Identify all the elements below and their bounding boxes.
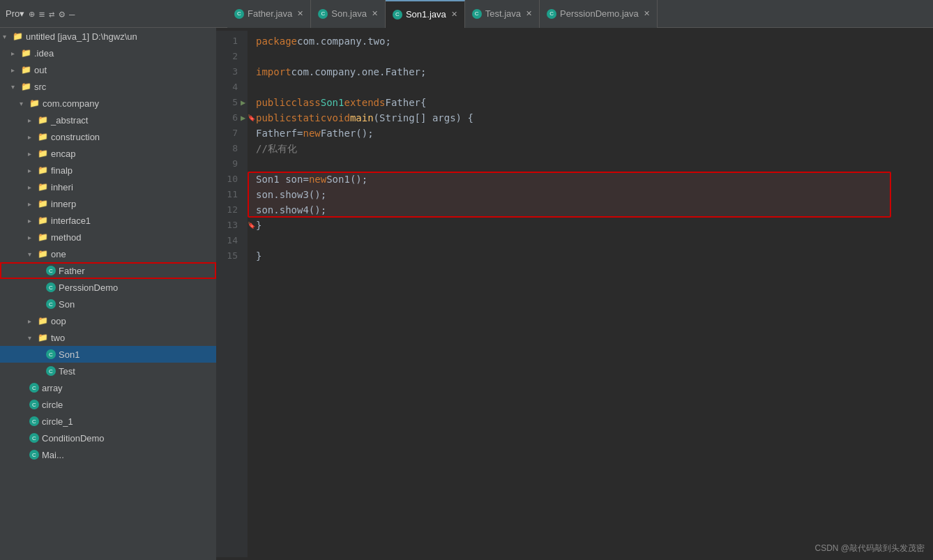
run-arrow-5[interactable]: ▶ — [241, 95, 245, 110]
sidebar-item-out[interactable]: ▸ 📁out — [0, 61, 216, 78]
tab-close-son1[interactable]: ✕ — [451, 10, 457, 19]
folder-arrow: ▸ — [28, 217, 35, 225]
tab-son[interactable]: C Son.java ✕ — [311, 0, 386, 28]
tab-icon-son1: C — [393, 10, 402, 20]
token: Son1 — [321, 95, 344, 110]
folder-icon: 📁 — [21, 65, 31, 75]
sidebar-label-method: method — [51, 232, 81, 243]
token: } — [256, 218, 261, 233]
file-java-icon: C — [29, 433, 39, 443]
sidebar-label-_abstract: _abstract — [51, 115, 88, 126]
tab-father[interactable]: C Father.java ✕ — [227, 0, 311, 28]
sidebar-item-src[interactable]: ▾ 📁src — [0, 78, 216, 95]
file-java-icon: C — [46, 266, 56, 275]
sidebar-item-inheri[interactable]: ▸ 📁inheri — [0, 179, 216, 195]
file-java-icon: C — [29, 383, 39, 393]
toolbar-icon-sync[interactable]: ⇄ — [49, 8, 54, 20]
tab-close-father[interactable]: ✕ — [297, 9, 303, 18]
folder-icon: 📁 — [38, 182, 48, 192]
sidebar-item-finalp[interactable]: ▸ 📁finalp — [0, 162, 216, 179]
tab-close-test[interactable]: ✕ — [526, 9, 532, 18]
line-number-9: 9 — [216, 156, 242, 172]
line-number-14: 14 — [216, 233, 242, 248]
run-arrow-6[interactable]: ▶ — [241, 110, 245, 126]
token: (String[] args) { — [374, 110, 473, 126]
sidebar-item-conditiondemo[interactable]: CConditionDemo — [0, 430, 216, 446]
token: public — [256, 110, 291, 126]
sidebar-item-.idea[interactable]: ▸ 📁.idea — [0, 45, 216, 61]
sidebar-item-construction[interactable]: ▸ 📁construction — [0, 128, 216, 145]
sidebar-item-com.company[interactable]: ▾ 📁com.company — [0, 95, 216, 112]
sidebar-root[interactable]: ▾ 📁 untitled [java_1] D:\hgwz\un — [0, 28, 216, 45]
folder-icon: 📁 — [29, 98, 40, 108]
token: //私有化 — [256, 141, 297, 156]
tab-perssion[interactable]: C PerssionDemo.java ✕ — [540, 0, 658, 28]
toolbar-icon-list[interactable]: ≡ — [39, 8, 45, 20]
sidebar-item-two[interactable]: ▾ 📁two — [0, 329, 216, 346]
toolbar: Pro▾ ⊕ ≡ ⇄ ⚙ — C Father.java ✕C Son.java… — [0, 0, 933, 28]
main-area: ▾ 📁 untitled [java_1] D:\hgwz\un▸ 📁.idea… — [0, 28, 933, 560]
code-content[interactable]: package com.company.two;import com.compa… — [248, 31, 933, 557]
line-number-8: 8 — [216, 141, 242, 156]
sidebar-label-PerssionDemo: PerssionDemo — [59, 282, 118, 293]
token: import — [256, 64, 291, 80]
toolbar-icon-settings[interactable]: ⚙ — [59, 8, 65, 20]
token: son.show4(); — [256, 202, 326, 218]
sidebar-item-interface1[interactable]: ▸ 📁interface1 — [0, 212, 216, 229]
token: f — [291, 126, 297, 141]
toolbar-icon-add[interactable]: ⊕ — [29, 8, 34, 20]
sidebar-label-two: two — [51, 333, 65, 343]
folder-icon: 📁 — [38, 132, 48, 142]
sidebar-label-Son1: Son1 — [59, 349, 79, 360]
sidebar-item-innerp[interactable]: ▸ 📁innerp — [0, 195, 216, 212]
sidebar-item-array[interactable]: Carray — [0, 379, 216, 396]
tab-close-son[interactable]: ✕ — [372, 9, 378, 18]
line-number-15: 15 — [216, 248, 242, 264]
folder-arrow: ▸ — [28, 167, 35, 174]
tab-test[interactable]: C Test.java ✕ — [465, 0, 540, 28]
tab-icon-father: C — [234, 9, 244, 19]
folder-arrow: ▸ — [11, 66, 18, 74]
toolbar-icon-minimize[interactable]: — — [69, 8, 75, 20]
sidebar-item-perssiondemo[interactable]: CPerssionDemo — [0, 279, 216, 296]
code-line-2 — [256, 49, 933, 64]
sidebar-label-construction: construction — [51, 132, 100, 142]
code-line-8: //私有化 — [256, 141, 933, 156]
sidebar-item-encap[interactable]: ▸ 📁encap — [0, 145, 216, 162]
file-java-icon: C — [29, 450, 39, 460]
sidebar-label-innerp: innerp — [51, 199, 76, 209]
sidebar-item-son[interactable]: CSon — [0, 296, 216, 312]
sidebar-item-method[interactable]: ▸ 📁method — [0, 229, 216, 245]
tab-close-perssion[interactable]: ✕ — [644, 9, 650, 18]
code-line-3: import com.company.one.Father; — [256, 64, 933, 80]
sidebar-item-son1[interactable]: CSon1 — [0, 346, 216, 363]
token: com.company.one.Father; — [291, 64, 427, 80]
sidebar-item-oop[interactable]: ▸ 📁oop — [0, 312, 216, 329]
sidebar-item-circle[interactable]: Ccircle — [0, 396, 216, 413]
sidebar-item-circle_1[interactable]: Ccircle_1 — [0, 413, 216, 430]
folder-arrow: ▸ — [28, 234, 35, 241]
sidebar-item-mai...[interactable]: CMai... — [0, 446, 216, 463]
token: son.show3(); — [256, 187, 326, 202]
sidebar[interactable]: ▾ 📁 untitled [java_1] D:\hgwz\un▸ 📁.idea… — [0, 28, 216, 560]
code-area[interactable]: 123456789101112131415 package com.compan… — [216, 28, 933, 560]
sidebar-item-one[interactable]: ▾ 📁one — [0, 245, 216, 262]
code-line-6: ▶🔖 public static void main(String[] args… — [256, 110, 933, 126]
code-line-7: Father f=new Father(); — [256, 126, 933, 141]
sidebar-item-_abstract[interactable]: ▸ 📁_abstract — [0, 112, 216, 128]
sidebar-label-ConditionDemo: ConditionDemo — [42, 433, 105, 444]
sidebar-item-test[interactable]: CTest — [0, 363, 216, 379]
tab-icon-son: C — [318, 9, 328, 19]
sidebar-label-encap: encap — [51, 149, 75, 159]
line-number-1: 1 — [216, 33, 242, 49]
code-line-11: son.show3(); — [256, 187, 933, 202]
line-number-11: 11 — [216, 187, 242, 202]
tab-son1[interactable]: C Son1.java ✕ — [386, 0, 465, 28]
file-java-icon: C — [46, 282, 56, 292]
tab-label-test: Test.java — [485, 8, 521, 19]
project-label[interactable]: Pro▾ — [6, 8, 24, 19]
code-line-4 — [256, 80, 933, 95]
code-line-10: Son1 son=new Son1(); — [256, 172, 933, 187]
sidebar-label-Mai...: Mai... — [42, 450, 64, 460]
sidebar-item-father[interactable]: CFather — [0, 262, 216, 279]
